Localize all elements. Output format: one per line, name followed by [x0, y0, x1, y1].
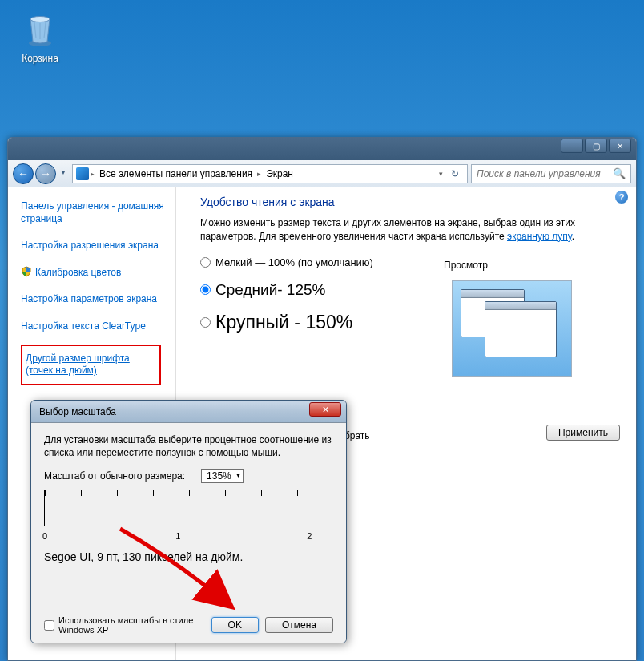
recycle-bin[interactable]: Корзина: [16, 10, 64, 64]
control-panel-icon: [76, 167, 89, 180]
refresh-button[interactable]: ↻: [445, 164, 464, 183]
navbar: ← → ▼ ▸ Все элементы панели управления ▸…: [8, 160, 636, 187]
preview-area: Просмотр: [444, 260, 604, 377]
search-icon: 🔍: [613, 167, 626, 179]
apply-button[interactable]: Применить: [546, 425, 620, 441]
chevron-right-icon: ▸: [257, 170, 261, 178]
cancel-button[interactable]: Отмена: [265, 617, 333, 633]
xp-style-checkbox-row[interactable]: Использовать масштабы в стиле Windows XP: [44, 615, 205, 635]
preview-thumbnail: [452, 280, 572, 377]
page-description: Можно изменить размер текста и других эл…: [200, 216, 620, 244]
sidebar-cleartype-link[interactable]: Настройка текста ClearType: [21, 317, 169, 337]
xp-style-checkbox[interactable]: [44, 620, 54, 631]
ok-button[interactable]: OK: [211, 617, 259, 633]
dialog-title: Выбор масштаба: [39, 406, 116, 417]
radio-medium-label: Средний- 125%: [215, 281, 325, 299]
radio-medium[interactable]: [200, 284, 211, 295]
nav-back-button[interactable]: ←: [13, 163, 34, 184]
radio-large[interactable]: [200, 317, 211, 328]
maximize-button[interactable]: ▢: [585, 139, 607, 153]
titlebar[interactable]: — ▢ ✕: [8, 138, 636, 160]
search-box[interactable]: 🔍: [471, 164, 631, 183]
dialog-titlebar[interactable]: Выбор масштаба ✕: [31, 401, 346, 423]
breadcrumb-item-all[interactable]: Все элементы панели управления: [96, 168, 256, 179]
shield-icon: [21, 266, 32, 277]
sidebar-dpi-link[interactable]: Другой размер шрифта (точек на дюйм): [26, 349, 156, 381]
sidebar-home-link[interactable]: Панель управления - домашняя страница: [21, 197, 169, 228]
page-heading: Удобство чтения с экрана: [200, 195, 620, 208]
minimize-button[interactable]: —: [561, 139, 583, 153]
magnifier-link[interactable]: экранную лупу: [507, 231, 572, 242]
sidebar-calibration-link[interactable]: Калибровка цветов: [21, 264, 169, 283]
chevron-right-icon: ▸: [91, 170, 95, 178]
sidebar-dpi-highlight: Другой размер шрифта (точек на дюйм): [21, 345, 161, 385]
sample-text: Segoe UI, 9 пт, 130 пикселей на дюйм.: [44, 550, 333, 563]
recycle-bin-icon: [21, 10, 59, 48]
close-button[interactable]: ✕: [609, 139, 631, 153]
radio-large-label: Крупный - 150%: [215, 312, 352, 333]
dialog-description: Для установки масштаба выберите процентн…: [44, 434, 333, 459]
dialog-close-button[interactable]: ✕: [309, 402, 341, 417]
ruler-labels: 012: [44, 531, 333, 541]
nav-forward-button[interactable]: →: [35, 163, 56, 184]
xp-style-label: Использовать масштабы в стиле Windows XP: [58, 615, 205, 635]
help-icon[interactable]: ?: [615, 191, 628, 204]
radio-small[interactable]: [200, 257, 211, 268]
sidebar-resolution-link[interactable]: Настройка разрешения экрана: [21, 236, 169, 256]
search-input[interactable]: [477, 168, 613, 179]
radio-small-label: Мелкий — 100% (по умолчанию): [215, 256, 373, 268]
preview-label: Просмотр: [444, 260, 604, 271]
chevron-down-icon[interactable]: ▾: [439, 170, 443, 178]
ruler-slider[interactable]: [44, 490, 333, 526]
scale-dropdown[interactable]: 135%: [201, 469, 244, 483]
svg-point-1: [30, 17, 50, 22]
breadcrumb[interactable]: ▸ Все элементы панели управления ▸ Экран…: [72, 164, 468, 183]
scale-label: Масштаб от обычного размера:: [44, 470, 185, 482]
breadcrumb-item-display[interactable]: Экран: [263, 168, 296, 179]
sidebar-display-params-link[interactable]: Настройка параметров экрана: [21, 290, 169, 309]
nav-history-dropdown[interactable]: ▼: [58, 163, 69, 183]
recycle-bin-label: Корзина: [16, 53, 64, 64]
dpi-dialog: Выбор масштаба ✕ Для установки масштаба …: [30, 400, 347, 643]
